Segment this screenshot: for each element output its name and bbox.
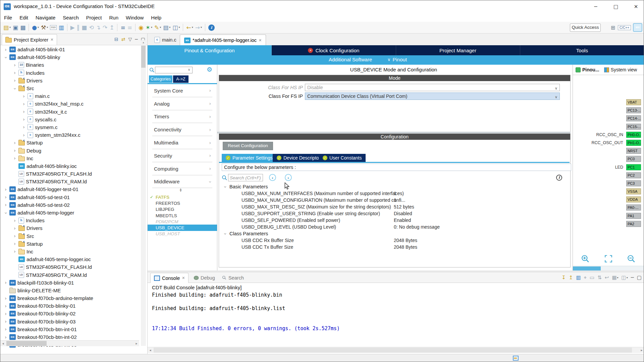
tree-chevron-icon[interactable]: › [4,47,8,52]
display-selected-console-icon[interactable]: ▦▾ [612,275,618,281]
tree-chevron-icon[interactable]: › [22,124,26,130]
tree-chevron-icon[interactable]: › [4,280,8,285]
save-all-icon[interactable]: ▩ [20,23,25,32]
tree-item[interactable]: ›MXadafruit-f405-temp-logger.ioc [1,255,138,263]
pin-ph0o[interactable]: PH0-O... [626,132,641,138]
scroll-to-end-icon[interactable]: ↧ [561,275,566,281]
build-icon[interactable]: ⚒▾ [41,23,48,32]
tree-item[interactable]: ›hIncludes [1,217,138,224]
chevron-down-icon[interactable]: › [223,185,228,189]
middleware-mbedtls[interactable]: MBEDTLS [148,213,217,219]
parameter-row[interactable]: USBD_DEBUG_LEVEL (USBD Debug Level)0: No… [219,224,570,230]
pin-pc3[interactable]: PC3 [626,180,641,186]
tab-clock-configuration[interactable]: ✕ Clock Configuration [272,45,396,55]
list-spinner-icon[interactable]: ▲ ▼ [180,188,181,192]
cpp-perspective-icon[interactable]: C/C++ [618,25,631,30]
tab-tools[interactable]: Tools [520,45,644,55]
category-analog[interactable]: Analog› [148,97,217,110]
tab-ioc-file[interactable]: MX *adafruit-f405-temp-logger.ioc ✕ [180,35,266,46]
tree-item[interactable]: ›IDEadafruit-f405-sd-test-01 [1,193,138,201]
tree-chevron-icon[interactable]: › [4,296,8,301]
tree-item[interactable]: ›10Binaries [1,61,138,69]
tree-item[interactable]: ›LDSTM32F405RGTX_RAM.ld [1,271,138,279]
build-binary-icon[interactable]: 010 [50,25,56,30]
scroll-right-icon[interactable]: ▸ [639,347,644,353]
restart-icon[interactable]: ⟲ [89,23,94,32]
run-icon[interactable]: ▶ [70,23,75,32]
chevron-down-icon[interactable]: ∨ [188,68,190,71]
tree-item[interactable]: ›hIncludes [1,69,138,77]
parameter-value[interactable]: 1 [394,191,396,196]
quick-access-button[interactable]: Quick Access [570,23,601,32]
close-tab-icon[interactable]: ✕ [182,276,185,280]
pin-pa1[interactable]: PA1 [626,213,641,219]
minimize-view-icon[interactable]: ─ [631,275,634,281]
tree-chevron-icon[interactable]: › [13,148,17,153]
component-search-input[interactable] [155,67,193,73]
gear-icon[interactable]: ⚙ [207,66,212,73]
middleware-usb_host[interactable]: USB_HOST [148,231,217,237]
pin-pc15[interactable]: PC15-... [626,124,641,130]
tab-parameter-settings[interactable]: ✓ Parameter Settings [222,154,277,162]
previous-match-button[interactable]: ‹ [269,174,276,181]
next-match-button[interactable]: › [285,174,292,181]
parameter-group[interactable]: ›Basic Parameters [219,183,570,190]
maximize-button[interactable]: □ [608,0,624,13]
scroll-left-icon[interactable]: ◂ [148,347,153,353]
category-middleware[interactable]: Middleware› [148,175,217,188]
clear-console-icon[interactable]: ▭ [590,275,594,281]
pin-pa0[interactable]: PA0-... [626,204,641,210]
tree-chevron-icon[interactable]: › [13,140,17,145]
swv-icon[interactable]: ◉ [139,23,144,32]
zoom-out-icon[interactable] [627,254,636,264]
scrollbar-thumb[interactable] [154,348,632,353]
pin-nrst[interactable]: NRST [626,148,641,154]
zoom-in-icon[interactable] [581,254,590,264]
tree-chevron-icon[interactable]: › [13,218,17,223]
tree-chevron-icon[interactable]: › [13,241,17,246]
parameter-row[interactable]: USBD_SELF_POWERED (Enabled self power)En… [219,217,570,224]
tree-item[interactable]: ›IDEbreakout-f070cb-blinky-02 [1,310,138,317]
tree-item[interactable]: ›LDSTM32F405RGTX_FLASH.ld [1,170,138,178]
tree-item[interactable]: ›IDEblackpill-f103c8-blinky-01 [1,279,138,287]
parameter-row[interactable]: USBD_MAX_NUM_CONFIGURATION (Maximum numb… [219,197,570,203]
category-system-core[interactable]: System Core› [148,84,217,97]
launch-config-icon[interactable]: ●▾ [32,23,39,32]
tree-chevron-icon[interactable]: › [22,109,26,114]
tab-pinout-view[interactable]: Pinou... [576,67,599,72]
console-horizontal-scrollbar[interactable]: ◂ ▸ [148,347,644,353]
parameter-value[interactable]: 512 bytes [394,204,414,209]
scroll-to-top-icon[interactable]: ↥ [569,275,573,281]
tree-chevron-icon[interactable]: › [4,303,8,309]
tree-item[interactable]: ›Inc [1,248,138,255]
close-tab-icon[interactable]: ✕ [259,38,262,43]
tab-console[interactable]: Console ✕ [150,273,189,283]
background-progress-icon[interactable] [513,356,519,361]
tab-main-c[interactable]: c main.c [150,35,180,45]
back-icon[interactable]: ←▾ [186,23,193,32]
tree-chevron-icon[interactable]: › [13,226,17,231]
stop-icon[interactable]: ■ [82,23,87,32]
tree-item[interactable]: ›cstm32f4xx_hal_msp.c [1,100,138,108]
parameter-value[interactable]: Enabled [394,218,411,223]
tree-chevron-icon[interactable]: › [13,78,17,83]
open-perspective-icon[interactable]: ⊞ [611,24,615,31]
pin-pc14[interactable]: PC14-... [626,115,641,121]
tree-item[interactable]: ›Startup [1,139,138,146]
save-icon[interactable]: ▣ [13,23,18,32]
tree-item[interactable]: ›cstm32f4xx_it.c [1,108,138,116]
pin-pc13[interactable]: PC13-... [626,107,641,113]
tree-chevron-icon[interactable]: › [22,117,26,122]
parameter-row[interactable]: USB CDC Tx Buffer Size2048 Bytes [219,244,570,250]
parameter-value[interactable]: 1 [394,197,396,203]
tree-item[interactable]: ›IDEbreakout-f070cb-btn-int-02 [1,333,138,341]
tree-chevron-icon[interactable]: › [22,132,26,138]
tree-item[interactable]: ›IDEbreakout-f070cb-arduino-template [1,294,138,302]
pin-pc1[interactable]: PC1 [626,164,641,170]
tree-item[interactable]: ›Inc [1,155,138,162]
step-into-icon[interactable]: ↴ [96,23,101,32]
tab-user-constants[interactable]: ✓ User Constants [319,154,366,162]
menu-search[interactable]: Search [59,15,83,20]
pinout-menu-button[interactable]: ∨ Pinout [387,57,407,62]
info-icon[interactable]: i [556,175,562,181]
